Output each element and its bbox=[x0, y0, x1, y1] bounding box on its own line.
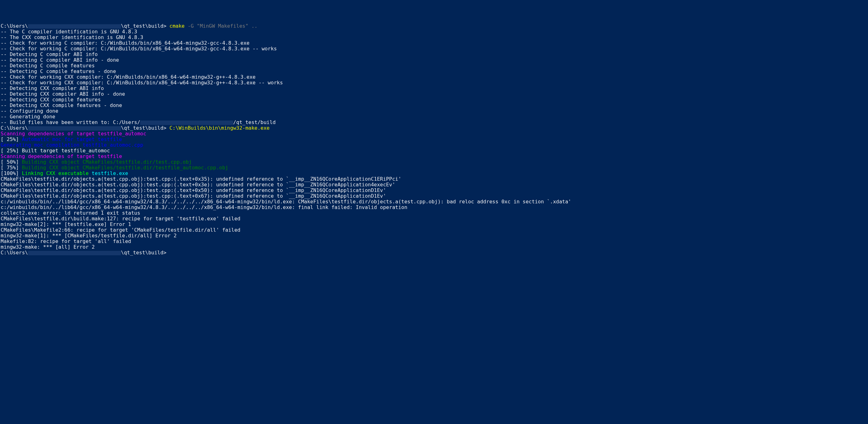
terminal-line: collect2.exe: error: ld returned 1 exit … bbox=[1, 210, 867, 216]
terminal-line: [ 50%] Building CXX object CMakeFiles/te… bbox=[1, 159, 867, 165]
terminal-line: -- Detecting CXX compiler ABI info bbox=[1, 86, 867, 91]
terminal-line: Scanning dependencies of target testfile… bbox=[1, 131, 867, 137]
terminal-line: -- Check for working C compiler: C:/WinB… bbox=[1, 46, 867, 52]
terminal-line: mingw32-make: *** [all] Error 2 bbox=[1, 244, 867, 250]
terminal-line: -- Build files have been written to: C:/… bbox=[1, 120, 867, 125]
terminal-line: C:\Users\\qt_test\build> bbox=[1, 250, 867, 256]
terminal-line: -- Detecting CXX compiler ABI info - don… bbox=[1, 91, 867, 97]
terminal-line: c:/winbuilds/bin/../lib64/gcc/x86_64-w64… bbox=[1, 205, 867, 210]
terminal-line: -- Generating done bbox=[1, 114, 867, 120]
terminal-line: -- The CXX compiler identification is GN… bbox=[1, 35, 867, 40]
terminal-line: [ 75%] Building CXX object CMakeFiles/te… bbox=[1, 165, 867, 171]
redacted-segment bbox=[28, 126, 121, 131]
terminal-line: c:/winbuilds/bin/../lib64/gcc/x86_64-w64… bbox=[1, 199, 867, 205]
terminal-output[interactable]: C:\Users\\qt_test\build> cmake -G "MinGW… bbox=[1, 23, 867, 256]
terminal-line: -- Detecting C compile features bbox=[1, 63, 867, 69]
terminal-line: -- Configuring done bbox=[1, 108, 867, 114]
terminal-line: -- Detecting C compile features - done bbox=[1, 69, 867, 74]
terminal-line: -- Detecting C compiler ABI info - done bbox=[1, 57, 867, 63]
terminal-line: mingw32-make[2]: *** [testfile.exe] Erro… bbox=[1, 222, 867, 227]
terminal-line: [ 25%] Built target testfile_automoc bbox=[1, 148, 867, 154]
terminal-line: CMakeFiles\testfile.dir\build.make:127: … bbox=[1, 216, 867, 222]
redacted-segment bbox=[28, 251, 121, 255]
terminal-line: -- Check for working C compiler: C:/WinB… bbox=[1, 40, 867, 46]
redacted-segment bbox=[140, 121, 233, 125]
terminal-line: C:\Users\\qt_test\build> C:\WinBuilds\bi… bbox=[1, 125, 867, 131]
terminal-line: Scanning dependencies of target testfile bbox=[1, 154, 867, 159]
terminal-line: CMakeFiles\Makefile2:66: recipe for targ… bbox=[1, 227, 867, 233]
terminal-line: -- Check for working CXX compiler: C:/Wi… bbox=[1, 80, 867, 86]
terminal-line: CMakeFiles\testfile.dir/objects.a(test.c… bbox=[1, 193, 867, 199]
terminal-line: mingw32-make[1]: *** [CMakeFiles/testfil… bbox=[1, 233, 867, 238]
terminal-line: CMakeFiles\testfile.dir/objects.a(test.c… bbox=[1, 182, 867, 188]
terminal-line: -- Detecting C compiler ABI info bbox=[1, 52, 867, 57]
terminal-line: -- Check for working CXX compiler: C:/Wi… bbox=[1, 74, 867, 80]
terminal-line: Makefile:82: recipe for target 'all' fai… bbox=[1, 238, 867, 244]
terminal-line: -- Detecting CXX compile features - done bbox=[1, 103, 867, 108]
terminal-line: CMakeFiles\testfile.dir/objects.a(test.c… bbox=[1, 176, 867, 182]
terminal-line: -- Detecting CXX compile features bbox=[1, 97, 867, 103]
terminal-line: [ 25%] Automatic moc for target testfile bbox=[1, 137, 867, 142]
redacted-segment bbox=[28, 24, 121, 29]
terminal-line: CMakeFiles\testfile.dir/objects.a(test.c… bbox=[1, 188, 867, 193]
terminal-line: C:\Users\\qt_test\build> cmake -G "MinGW… bbox=[1, 23, 867, 29]
terminal-line: -- The C compiler identification is GNU … bbox=[1, 29, 867, 35]
terminal-line: [100%] Linking CXX executable testfile.e… bbox=[1, 171, 867, 176]
terminal-line: Generating moc compilation testfile_auto… bbox=[1, 142, 867, 148]
